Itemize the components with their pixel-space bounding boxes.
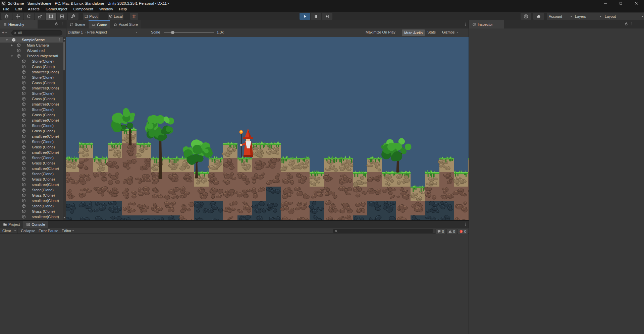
game-viewport[interactable] <box>66 37 469 220</box>
layout-dropdown[interactable]: Layout <box>603 13 644 20</box>
menu-window[interactable]: Window <box>96 7 116 12</box>
collapse-arrow-icon[interactable] <box>5 38 9 42</box>
hierarchy-item-smalltree-clone-[interactable]: smalltree(Clone) <box>0 134 63 139</box>
tab-scene[interactable]: Scene <box>66 20 88 28</box>
clear-button[interactable]: Clear <box>1 228 13 233</box>
hierarchy-item-stone-clone-[interactable]: Stone(Clone) <box>0 107 63 112</box>
clear-dropdown[interactable] <box>13 228 18 233</box>
hierarchy-item-smalltree-clone-[interactable]: smalltree(Clone) <box>0 85 63 91</box>
rect-tool-button[interactable] <box>46 13 56 20</box>
tab-inspector[interactable]: Inspector <box>469 20 504 28</box>
hierarchy-item-stone-clone-[interactable]: Stone(Clone) <box>0 155 63 160</box>
layers-dropdown[interactable]: Layers <box>573 13 604 20</box>
play-button[interactable] <box>300 13 310 20</box>
menu-gameobject[interactable]: GameObject <box>43 7 70 12</box>
close-button[interactable] <box>629 0 644 7</box>
hierarchy-item-stone-clone-[interactable]: Stone(Clone) <box>0 203 63 209</box>
hierarchy-item-grass-clone-[interactable]: Grass (Clone) <box>0 112 63 118</box>
kebab-menu-icon[interactable] <box>464 222 468 226</box>
hierarchy-item-smalltree-clone-[interactable]: smalltree(Clone) <box>0 214 63 219</box>
hierarchy-item-main-camera[interactable]: Main Camera <box>0 43 63 48</box>
move-tool-button[interactable] <box>12 13 23 20</box>
hierarchy-item-grass-clone-[interactable]: Grass (Clone) <box>0 64 63 69</box>
scrollbar-thumb[interactable] <box>63 42 65 70</box>
error-count-toggle[interactable]: 0 <box>458 228 468 234</box>
scale-slider-handle[interactable] <box>171 31 174 34</box>
hierarchy-item-stone-clone-[interactable]: Stone(Clone) <box>0 171 63 177</box>
gizmos-dropdown[interactable]: Gizmos <box>442 30 459 34</box>
hierarchy-item-stone-clone-[interactable]: Stone(Clone) <box>0 139 63 144</box>
collab-button[interactable] <box>521 13 531 20</box>
hierarchy-item-stone-clone-[interactable]: Stone(Clone) <box>0 75 63 80</box>
hierarchy-item-grass-clone-[interactable]: Grass (Clone) <box>0 144 63 150</box>
lock-icon[interactable] <box>624 22 628 26</box>
step-button[interactable] <box>322 13 332 20</box>
hierarchy-search-input[interactable]: All <box>11 30 62 36</box>
account-dropdown[interactable]: Account <box>547 13 575 20</box>
hierarchy-item-wizard-red[interactable]: Wizard red <box>0 48 63 53</box>
hierarchy-item-stone-clone-[interactable]: Stone(Clone) <box>0 59 63 64</box>
hierarchy-item-grass-clone-[interactable]: Grass (Clone) <box>0 177 63 182</box>
tab-console[interactable]: Console <box>23 221 48 228</box>
add-object-button[interactable]: + <box>2 30 8 35</box>
scale-tool-button[interactable] <box>35 13 45 20</box>
tab-project[interactable]: Project <box>0 221 23 228</box>
custom-tool-button[interactable] <box>68 13 78 20</box>
aspect-dropdown[interactable]: Free Aspect <box>87 30 138 34</box>
kebab-menu-icon[interactable] <box>630 22 634 26</box>
menu-file[interactable]: File <box>0 7 12 12</box>
stats-toggle[interactable]: Stats <box>427 30 436 34</box>
local-toggle[interactable]: Local <box>108 13 123 20</box>
hierarchy-item-grass-clone-[interactable]: Grass (Clone) <box>0 193 63 198</box>
menu-help[interactable]: Help <box>116 7 130 12</box>
hierarchy-item-stone-clone-[interactable]: Stone(Clone) <box>0 187 63 193</box>
grid-snapping-button[interactable] <box>130 13 138 20</box>
hierarchy-item-grass-clone-[interactable]: Grass (Clone) <box>0 160 63 166</box>
hierarchy-item-smalltree-clone-[interactable]: smalltree(Clone) <box>0 198 63 203</box>
tab-asset-store[interactable]: Asset Store <box>110 20 141 28</box>
menu-assets[interactable]: Assets <box>25 7 43 12</box>
hierarchy-item-grass-clone-[interactable]: Grass (Clone) <box>0 209 63 214</box>
expand-arrow-icon[interactable] <box>10 43 14 47</box>
hierarchy-item-grass-clone-[interactable]: Grass (Clone) <box>0 96 63 102</box>
collapse-toggle[interactable]: Collapse <box>19 228 37 233</box>
hand-tool-button[interactable] <box>1 13 12 20</box>
warning-count-toggle[interactable]: 0 <box>446 228 457 234</box>
transform-tool-button[interactable] <box>57 13 67 20</box>
hierarchy-item-smalltree-clone-[interactable]: smalltree(Clone) <box>0 166 63 171</box>
menu-component[interactable]: Component <box>70 7 96 12</box>
kebab-menu-icon[interactable] <box>464 22 468 26</box>
hierarchy-item-smalltree-clone-[interactable]: smalltree(Clone) <box>0 69 63 75</box>
rotate-tool-button[interactable] <box>23 13 34 20</box>
hierarchy-item-stone-clone-[interactable]: Stone(Clone) <box>0 91 63 96</box>
collapse-arrow-icon[interactable] <box>10 54 14 58</box>
display-dropdown[interactable]: Display 1 <box>68 30 88 34</box>
tab-hierarchy[interactable]: Hierarchy <box>0 20 38 28</box>
hierarchy-item-stone-clone-[interactable]: Stone(Clone) <box>0 123 63 128</box>
maximize-on-play-toggle[interactable]: Maximize On Play <box>366 30 395 34</box>
hierarchy-item-grass-clone-[interactable]: Grass (Clone) <box>0 80 63 85</box>
hierarchy-item-smalltree-clone-[interactable]: smalltree(Clone) <box>0 102 63 107</box>
hierarchy-item-smalltree-clone-[interactable]: smalltree(Clone) <box>0 150 63 155</box>
hierarchy-item-grass-clone-[interactable]: Grass (Clone) <box>0 128 63 134</box>
lock-icon[interactable] <box>54 22 58 26</box>
hierarchy-item-smalltree-clone-[interactable]: smalltree(Clone) <box>0 118 63 123</box>
menu-edit[interactable]: Edit <box>12 7 25 12</box>
console-search-input[interactable] <box>333 229 433 233</box>
hierarchy-item-proceduralgenerati[interactable]: Proceduralgenerati <box>0 53 63 59</box>
hierarchy-item-samplescene[interactable]: SampleScene <box>0 37 63 43</box>
error-pause-toggle[interactable]: Error Pause <box>37 228 60 233</box>
cloud-button[interactable] <box>533 13 544 20</box>
mute-audio-toggle[interactable]: Mute Audio <box>402 29 425 36</box>
hierarchy-scrollbar[interactable] <box>63 37 66 220</box>
info-count-toggle[interactable]: 0 <box>435 228 446 234</box>
editor-dropdown[interactable]: Editor <box>60 228 76 233</box>
pivot-toggle[interactable]: Pivot <box>83 13 99 20</box>
kebab-menu-icon[interactable] <box>60 22 64 26</box>
kebab-menu-icon[interactable] <box>58 38 62 42</box>
tab-game[interactable]: Game <box>89 20 110 28</box>
minimize-button[interactable] <box>598 0 613 7</box>
maximize-button[interactable] <box>613 0 629 7</box>
hierarchy-item-smalltree-clone-[interactable]: smalltree(Clone) <box>0 182 63 187</box>
pause-button[interactable] <box>311 13 321 20</box>
